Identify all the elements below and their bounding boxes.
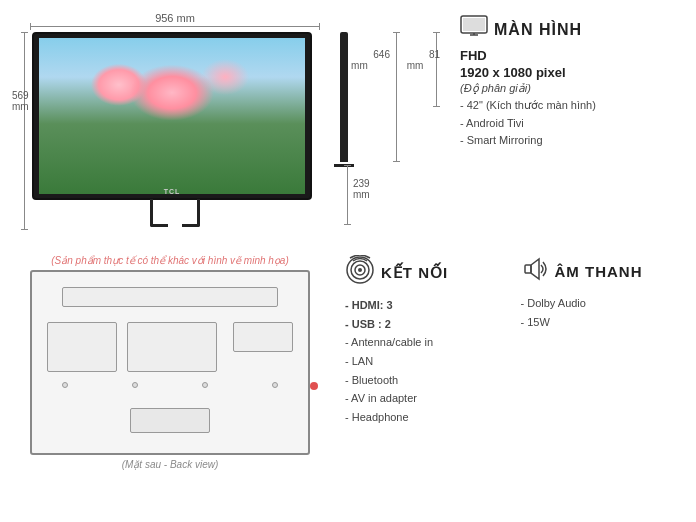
audio-title: ÂM THANH: [555, 263, 643, 280]
back-rect-mid-left: [47, 322, 117, 372]
tv-stand-right: [182, 199, 200, 227]
tv-width-line: [30, 26, 320, 27]
connectivity-panel: KẾT NỐI - HDMI: 3 - USB : 2 - Antenna/ca…: [345, 255, 511, 515]
back-connector-dot: [310, 382, 318, 390]
back-dot-center-left: [132, 382, 138, 388]
resolution-label: FHD: [460, 48, 686, 63]
tv-side-shape: [340, 32, 348, 162]
connectivity-title: KẾT NỐI: [381, 264, 448, 282]
tv-back-area: (Sản phẩm thực tế có thể khác với hình v…: [10, 255, 330, 515]
resolution-px: 1920 x 1080 pixel: [460, 65, 686, 80]
connectivity-list: - HDMI: 3 - USB : 2 - Antenna/cable in -…: [345, 296, 511, 427]
back-note-top: (Sản phẩm thực tế có thể khác với hình v…: [10, 255, 330, 266]
tv-screen-image: [39, 38, 305, 194]
svg-point-7: [358, 268, 362, 272]
tv-front: TCL: [32, 32, 317, 227]
tv-stand: [145, 199, 205, 227]
tv-back-drawing: [30, 270, 310, 455]
back-dot-left: [62, 382, 68, 388]
monitor-icon: [460, 15, 488, 44]
audio-list: - Dolby Audio - 15W: [521, 294, 687, 331]
info-panels: KẾT NỐI - HDMI: 3 - USB : 2 - Antenna/ca…: [330, 255, 686, 515]
tv-side-239-label: 239 mm: [353, 178, 370, 200]
spec-panel: MÀN HÌNH FHD 1920 x 1080 pixel (Độ phân …: [445, 10, 686, 250]
tv-side-area: 646 mm 81 mm 239 mm: [335, 10, 445, 250]
tv-stand-left: [150, 199, 168, 227]
tv-frame: TCL: [32, 32, 312, 200]
tv-side-height-line: [396, 32, 397, 162]
back-dot-center-right: [202, 382, 208, 388]
tv-239-line: [347, 165, 348, 225]
tv-logo: TCL: [164, 188, 181, 195]
audio-item-0: - Dolby Audio: [521, 294, 687, 313]
connectivity-item-3: - LAN: [345, 352, 511, 371]
tv-side-width-label: 81 mm: [407, 38, 440, 82]
back-note-bottom: (Mặt sau - Back view): [10, 459, 330, 470]
bottom-section: (Sản phẩm thực tế có thể khác với hình v…: [10, 255, 686, 515]
connectivity-item-0: - HDMI: 3: [345, 296, 511, 315]
main-container: 956 mm 569 mm TCL: [0, 0, 696, 522]
audio-item-1: - 15W: [521, 313, 687, 332]
screen-spec-section: MÀN HÌNH FHD 1920 x 1080 pixel (Độ phân …: [460, 15, 686, 150]
tv-height-line: [24, 32, 25, 230]
screen-title: MÀN HÌNH: [494, 21, 582, 39]
connectivity-item-2: - Antenna/cable in: [345, 333, 511, 352]
audio-header: ÂM THANH: [521, 255, 687, 288]
screen-spec-header: MÀN HÌNH: [460, 15, 686, 44]
connectivity-header: KẾT NỐI: [345, 255, 511, 290]
screen-size: - 42" (Kích thước màn hình): [460, 97, 686, 115]
back-rect-top: [62, 287, 278, 307]
tv-width-label: 956 mm: [30, 12, 320, 24]
connectivity-item-1: - USB : 2: [345, 315, 511, 334]
tv-screen: [39, 38, 305, 194]
back-rect-mid-right: [233, 322, 293, 352]
connectivity-item-5: - AV in adapter: [345, 389, 511, 408]
resolution-note: (Độ phân giải): [460, 82, 686, 95]
svg-rect-8: [525, 265, 531, 273]
screen-feature1: - Android Tivi: [460, 115, 686, 133]
speaker-icon: [521, 255, 549, 288]
svg-marker-9: [531, 259, 539, 279]
connectivity-item-4: - Bluetooth: [345, 371, 511, 390]
tv-side-height-label: 646 mm: [351, 38, 390, 82]
connectivity-item-6: - Headphone: [345, 408, 511, 427]
antenna-icon: [345, 255, 375, 290]
svg-rect-1: [463, 18, 485, 31]
back-dot-right: [272, 382, 278, 388]
tv-front-area: 956 mm 569 mm TCL: [10, 10, 330, 250]
screen-feature2: - Smart Mirroring: [460, 132, 686, 150]
tv-height-label: 569 mm: [12, 90, 29, 112]
audio-panel: ÂM THANH - Dolby Audio - 15W: [521, 255, 687, 515]
top-section: 956 mm 569 mm TCL: [10, 10, 686, 250]
back-rect-mid-center: [127, 322, 217, 372]
back-rect-bottom: [130, 408, 210, 433]
tv-side-drawing: [340, 32, 354, 167]
